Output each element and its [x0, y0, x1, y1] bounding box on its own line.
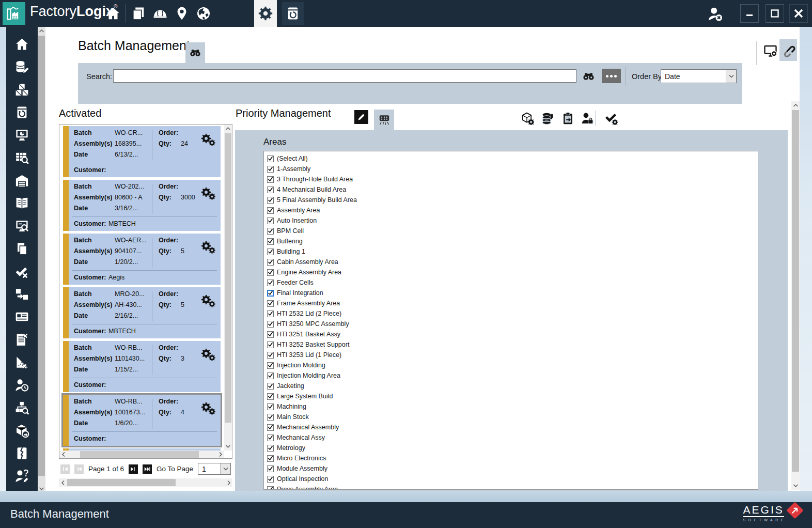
batch-card[interactable]: Batch WO-RB... Assembly(s) 1101430... Da… — [63, 341, 221, 392]
area-checkbox[interactable] — [267, 321, 274, 328]
scrollbar-thumb[interactable] — [225, 133, 231, 423]
sidebar-item-table-search[interactable] — [14, 150, 30, 166]
area-checkbox[interactable] — [267, 465, 274, 472]
minimize-button[interactable] — [740, 4, 759, 23]
person-assign-icon[interactable] — [580, 111, 594, 125]
sidebar-item-material-blocks[interactable] — [14, 82, 30, 98]
sidebar-item-documents[interactable] — [14, 241, 30, 257]
sidebar-item-approve-reject[interactable] — [14, 263, 30, 279]
area-row[interactable]: HTI 3253 Lid (1 Piece) — [267, 350, 758, 360]
area-row[interactable]: HTI 3250 MPC Assembly — [267, 319, 758, 329]
area-row[interactable]: BPM Cell — [267, 226, 758, 236]
chevron-down-icon[interactable] — [726, 70, 736, 83]
area-checkbox[interactable] — [267, 403, 274, 410]
backup-restore-icon[interactable] — [282, 2, 304, 25]
previous-page-button[interactable] — [74, 464, 84, 474]
sidebar-item-monitor-search[interactable] — [14, 218, 30, 234]
area-row[interactable]: Jacketing — [267, 381, 758, 391]
grid-view-tab[interactable] — [374, 110, 394, 130]
area-row[interactable]: Main Stock — [267, 412, 758, 422]
scroll-down-icon[interactable] — [224, 442, 232, 451]
last-page-button[interactable] — [143, 464, 152, 474]
sidebar-item-person-question[interactable] — [14, 468, 30, 484]
close-button[interactable] — [789, 4, 808, 23]
area-row[interactable]: Press Assembly Area — [267, 484, 758, 490]
area-checkbox[interactable] — [267, 352, 274, 359]
area-checkbox[interactable] — [267, 476, 274, 483]
search-input[interactable] — [113, 69, 576, 83]
area-checkbox[interactable] — [267, 166, 274, 173]
find-tab[interactable] — [185, 42, 205, 63]
area-row[interactable]: Machining — [267, 401, 758, 412]
next-page-button[interactable] — [129, 464, 138, 474]
area-row[interactable]: Mechanical Assembly — [267, 422, 758, 432]
batch-card[interactable]: Batch WO-AER... Assembly(s) 904107... Da… — [63, 234, 221, 285]
scroll-right-icon[interactable] — [216, 451, 224, 458]
area-checkbox[interactable] — [267, 434, 274, 441]
area-row[interactable]: Large System Build — [267, 391, 758, 401]
area-checkbox[interactable] — [267, 300, 274, 307]
sidebar-item-transfer-boxes[interactable] — [14, 286, 30, 302]
link-view-icon[interactable] — [779, 39, 797, 61]
location-pin-icon[interactable] — [171, 0, 193, 27]
area-checkbox[interactable] — [267, 187, 274, 193]
area-row[interactable]: HTI 2532 Lid (2 Piece) — [267, 308, 758, 319]
scroll-right-icon[interactable] — [225, 478, 232, 487]
area-row[interactable]: Auto Insertion — [267, 215, 758, 226]
area-checkbox[interactable] — [267, 228, 274, 235]
area-row[interactable]: Module Assembly — [267, 463, 758, 474]
box-settings-icon[interactable] — [520, 111, 534, 125]
check-settings-icon[interactable] — [604, 111, 618, 125]
copy-icon[interactable] — [128, 0, 149, 27]
maximize-button[interactable] — [766, 4, 784, 23]
area-checkbox[interactable] — [267, 249, 274, 255]
area-row[interactable]: HTI 3251 Basket Assy — [267, 329, 758, 339]
area-row[interactable]: HTI 3252 Basket Support — [267, 339, 758, 350]
batch-settings-gears-icon[interactable] — [200, 348, 216, 363]
sidebar-item-person-time[interactable] — [14, 377, 30, 393]
scrollbar-thumb[interactable] — [80, 451, 199, 458]
edit-pencil-icon[interactable] — [354, 110, 368, 124]
more-options-button[interactable] — [602, 69, 621, 83]
area-checkbox[interactable] — [267, 259, 274, 266]
main-vscrollbar[interactable] — [791, 101, 800, 490]
sidebar-item-warehouse[interactable] — [14, 173, 30, 189]
sidebar-item-box-export[interactable] — [14, 423, 30, 439]
bottom-hscrollbar[interactable] — [0, 491, 812, 502]
scrollbar-thumb[interactable] — [67, 479, 176, 486]
scroll-left-icon[interactable] — [59, 451, 67, 458]
batch-settings-gears-icon[interactable] — [200, 240, 216, 256]
area-row[interactable]: Final Integration — [267, 288, 758, 298]
area-row[interactable]: Buffering — [267, 236, 758, 246]
scrollbar-thumb[interactable] — [38, 36, 45, 476]
clipboard-transfer-icon[interactable] — [560, 111, 574, 125]
sidebar-item-backup-restore[interactable] — [14, 104, 30, 120]
area-row[interactable]: Injection Molding — [267, 360, 758, 370]
area-checkbox[interactable] — [267, 341, 274, 348]
sidebar-item-checklist-remove[interactable] — [14, 332, 30, 348]
sidebar-item-hierarchy-search[interactable] — [14, 400, 30, 416]
area-checkbox[interactable] — [267, 269, 274, 276]
area-row[interactable]: Optical Inspection — [267, 474, 758, 484]
area-row[interactable]: Injection Molding Area — [267, 370, 758, 381]
area-row[interactable]: Cabin Assembly Area — [267, 257, 758, 267]
area-checkbox[interactable] — [267, 486, 274, 490]
batch-card[interactable]: Batch MRO-20... Assembly(s) AH-430... Da… — [63, 287, 221, 338]
scroll-up-icon[interactable] — [791, 101, 800, 110]
scrollbar-thumb[interactable] — [792, 110, 799, 472]
batch-card[interactable]: Batch WO-202... Assembly(s) 80600 - A Da… — [63, 180, 221, 231]
area-row[interactable]: Frame Assembly Area — [267, 298, 758, 308]
scroll-up-icon[interactable] — [38, 27, 45, 35]
first-page-button[interactable] — [60, 464, 70, 474]
area-checkbox[interactable] — [267, 393, 274, 400]
sidebar-item-damaged-report[interactable] — [14, 445, 30, 461]
area-checkbox[interactable] — [267, 156, 274, 162]
hardhat-icon[interactable] — [149, 0, 171, 27]
area-row[interactable]: Building 1 — [267, 246, 758, 257]
activated-hscrollbar[interactable] — [59, 478, 232, 487]
scroll-down-icon[interactable] — [791, 481, 800, 490]
globe-icon[interactable] — [193, 0, 214, 27]
area-checkbox[interactable] — [267, 176, 274, 183]
batch-card[interactable]: Batch WO-CR... Assembly(s) 168395... Dat… — [63, 126, 221, 177]
find-icon[interactable] — [582, 70, 596, 82]
